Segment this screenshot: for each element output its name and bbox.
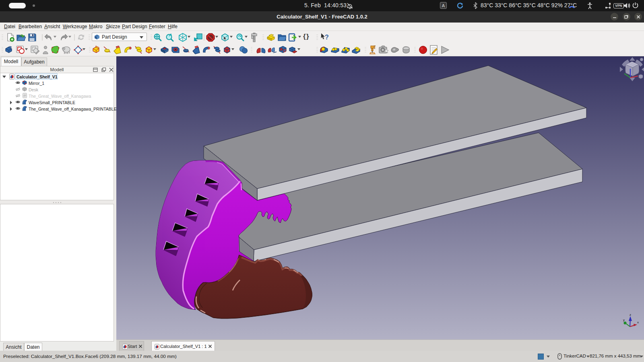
svg-text:?: ? — [609, 3, 611, 6]
svg-text:y: y — [623, 318, 625, 322]
svg-text:?: ? — [325, 34, 329, 41]
svg-text:x: x — [637, 321, 639, 324]
svg-text:z: z — [630, 313, 631, 317]
